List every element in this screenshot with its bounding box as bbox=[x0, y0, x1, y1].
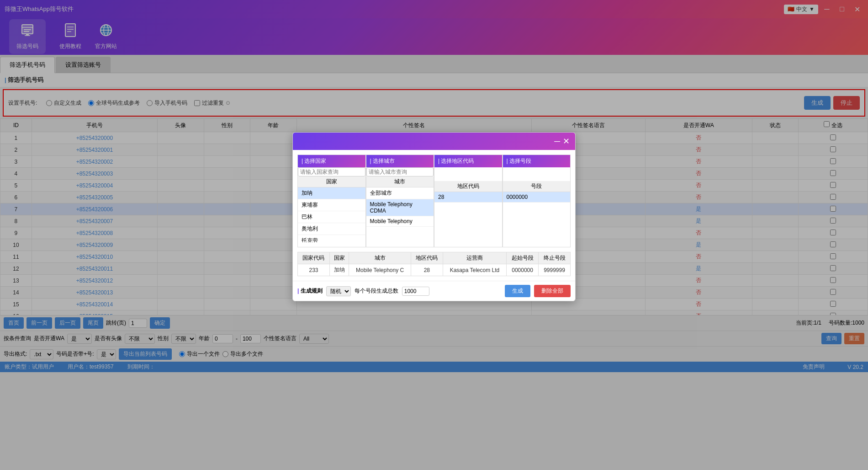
mth-operator: 运营商 bbox=[443, 252, 506, 264]
mr-code: 233 bbox=[298, 264, 330, 276]
modal-close-button[interactable]: ✕ bbox=[563, 136, 570, 146]
mth-country: 国家 bbox=[329, 252, 349, 264]
modal-country-header: 选择国家 bbox=[298, 155, 365, 167]
modal-area-header: 选择地区代码 bbox=[434, 155, 502, 167]
modal-range-header: 选择号段 bbox=[503, 155, 571, 167]
city-item-mobile[interactable]: Mobile Telephony bbox=[366, 216, 434, 227]
gen-rule-label: 生成规则 bbox=[297, 287, 323, 295]
mth-start: 起始号段 bbox=[507, 252, 539, 264]
area-subheader: 地区代码 bbox=[434, 181, 502, 192]
per-segment-input[interactable] bbox=[402, 287, 429, 296]
modal-result-row: 233 加纳 Mobile Telephony C 28 Kasapa Tele… bbox=[298, 264, 571, 276]
modal-city-header: 选择城市 bbox=[366, 155, 434, 167]
country-item-tokelau[interactable]: 托克劳 bbox=[298, 235, 365, 242]
modal-minimize-button[interactable]: ─ bbox=[554, 136, 560, 146]
city-item-all[interactable]: 全部城市 bbox=[366, 187, 434, 199]
modal-controls: ─ ✕ bbox=[554, 136, 570, 146]
mth-area: 地区代码 bbox=[411, 252, 443, 264]
mr-city: Mobile Telephony C bbox=[349, 264, 411, 276]
mr-start: 0000000 bbox=[507, 264, 539, 276]
mth-end: 终止号段 bbox=[539, 252, 571, 264]
gen-rule-select[interactable]: 随机顺序 bbox=[326, 286, 351, 296]
mr-area: 28 bbox=[411, 264, 443, 276]
area-list: 28 bbox=[434, 192, 502, 247]
modal-col-country: 选择国家 国家 加纳 柬埔寨 巴林 奥地利 托克劳 土耳其 bbox=[297, 155, 366, 247]
modal-result-header-row: 国家代码 国家 城市 地区代码 运营商 起始号段 终止号段 bbox=[298, 252, 571, 264]
modal-bottom: 生成规则 随机顺序 每个号段生成总数 生成 删除全部 bbox=[293, 281, 575, 301]
modal-titlebar: ─ ✕ bbox=[293, 133, 575, 150]
modal-result-table: 国家代码 国家 城市 地区代码 运营商 起始号段 终止号段 233 加纳 bbox=[297, 252, 571, 276]
modal-col-city: 选择城市 城市 全部城市 Mobile Telephony CDMA Mobil… bbox=[366, 155, 434, 247]
mr-country: 加纳 bbox=[329, 264, 349, 276]
country-item-austria[interactable]: 奥地利 bbox=[298, 223, 365, 235]
modal-overlay: ─ ✕ 选择国家 国家 加纳 柬埔寨 巴林 奥地利 托克劳 土耳其 bbox=[0, 0, 868, 470]
city-list: 全部城市 Mobile Telephony CDMA Mobile Teleph… bbox=[366, 187, 434, 242]
country-item-ghana[interactable]: 加纳 bbox=[298, 187, 365, 199]
mr-operator: Kasapa Telecom Ltd bbox=[443, 264, 506, 276]
modal-delete-button[interactable]: 删除全部 bbox=[534, 285, 571, 297]
modal-body: 选择国家 国家 加纳 柬埔寨 巴林 奥地利 托克劳 土耳其 选择城市 bbox=[293, 150, 575, 281]
modal-4col: 选择国家 国家 加纳 柬埔寨 巴林 奥地利 托克劳 土耳其 选择城市 bbox=[297, 155, 571, 247]
mth-city: 城市 bbox=[349, 252, 411, 264]
area-item-28[interactable]: 28 bbox=[434, 192, 502, 203]
modal-col-area: 选择地区代码 地区代码 28 bbox=[434, 155, 503, 247]
range-item-0000000[interactable]: 0000000 bbox=[503, 192, 571, 203]
global-gen-modal: ─ ✕ 选择国家 国家 加纳 柬埔寨 巴林 奥地利 托克劳 土耳其 bbox=[292, 132, 576, 301]
city-search-input[interactable] bbox=[366, 167, 434, 176]
city-subheader: 城市 bbox=[366, 176, 434, 187]
range-subheader: 号段 bbox=[503, 181, 571, 192]
per-segment-label: 每个号段生成总数 bbox=[355, 287, 398, 295]
country-item-cambodia[interactable]: 柬埔寨 bbox=[298, 199, 365, 211]
modal-generate-button[interactable]: 生成 bbox=[505, 285, 530, 297]
modal-col-range: 选择号段 号段 0000000 bbox=[503, 155, 571, 247]
country-list: 加纳 柬埔寨 巴林 奥地利 托克劳 土耳其 bbox=[298, 187, 365, 242]
country-search-input[interactable] bbox=[298, 167, 365, 176]
mth-code: 国家代码 bbox=[298, 252, 330, 264]
modal-action-buttons: 生成 删除全部 bbox=[505, 285, 571, 297]
city-item-cdma[interactable]: Mobile Telephony CDMA bbox=[366, 199, 434, 216]
country-item-bahrain[interactable]: 巴林 bbox=[298, 211, 365, 223]
range-list: 0000000 bbox=[503, 192, 571, 247]
mr-end: 9999999 bbox=[539, 264, 571, 276]
country-subheader: 国家 bbox=[298, 176, 365, 187]
